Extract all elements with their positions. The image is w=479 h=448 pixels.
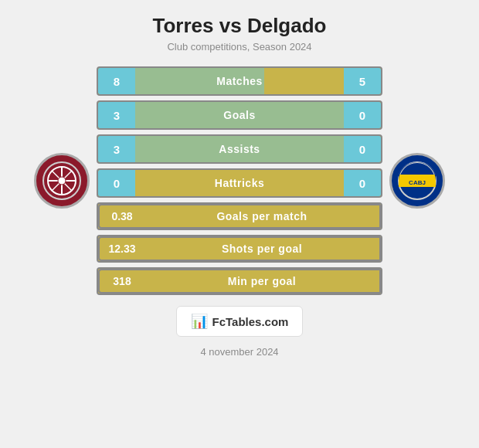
hattricks-label: Hattricks: [215, 177, 264, 189]
fctables-label: FcTables.com: [212, 315, 289, 328]
goals-left-value: 3: [98, 102, 135, 128]
svg-text:CABJ: CABJ: [409, 179, 426, 186]
goals-per-match-label: Goals per match: [144, 204, 381, 229]
goals-label: Goals: [223, 109, 255, 121]
assists-left-value: 3: [98, 136, 135, 162]
assists-bar: Assists: [135, 136, 344, 162]
boca-logo: CABJ: [389, 153, 445, 209]
shots-per-goal-value: 12.33: [98, 236, 144, 261]
lanus-logo-svg: [42, 161, 82, 201]
hattricks-bar: Hattricks: [135, 170, 344, 196]
shots-per-goal-row: 12.33 Shots per goal: [97, 235, 382, 263]
min-per-goal-row: 318 Min per goal: [97, 267, 382, 295]
date-footer: 4 november 2024: [200, 346, 278, 358]
matches-left-value: 8: [98, 68, 135, 94]
hattricks-left-value: 0: [98, 170, 135, 196]
fctables-icon: 📊: [191, 313, 208, 330]
boca-logo-svg: CABJ: [397, 161, 437, 201]
matches-right-value: 5: [344, 68, 381, 94]
assists-label: Assists: [219, 143, 260, 155]
goals-bar: Goals: [135, 102, 344, 128]
page-title: Torres vs Delgado: [153, 14, 327, 38]
min-per-goal-label: Min per goal: [144, 269, 381, 294]
goals-per-match-value: 0.38: [98, 204, 144, 229]
hattricks-right-value: 0: [344, 170, 381, 196]
hattricks-row: 0 Hattricks 0: [97, 168, 382, 198]
left-team-logo-area: [27, 153, 97, 209]
page-wrapper: Torres vs Delgado Club competitions, Sea…: [0, 0, 479, 448]
min-per-goal-value: 318: [98, 269, 144, 294]
matches-bar: Matches: [135, 68, 344, 94]
shots-per-goal-label: Shots per goal: [144, 236, 381, 261]
lanus-logo: [34, 153, 90, 209]
assists-right-value: 0: [344, 136, 381, 162]
assists-row: 3 Assists 0: [97, 134, 382, 164]
stats-area: 8 Matches 5 3 Goals 0 3: [97, 66, 382, 295]
fctables-logo[interactable]: 📊 FcTables.com: [176, 306, 304, 337]
goals-right-value: 0: [344, 102, 381, 128]
matches-row: 8 Matches 5: [97, 66, 382, 96]
right-team-logo-area: CABJ: [382, 153, 452, 209]
goals-row: 3 Goals 0: [97, 100, 382, 130]
svg-point-6: [58, 177, 66, 185]
comparison-area: 8 Matches 5 3 Goals 0 3: [0, 66, 479, 295]
goals-per-match-row: 0.38 Goals per match: [97, 202, 382, 230]
page-subtitle: Club competitions, Season 2024: [167, 41, 311, 53]
matches-label: Matches: [216, 75, 263, 87]
